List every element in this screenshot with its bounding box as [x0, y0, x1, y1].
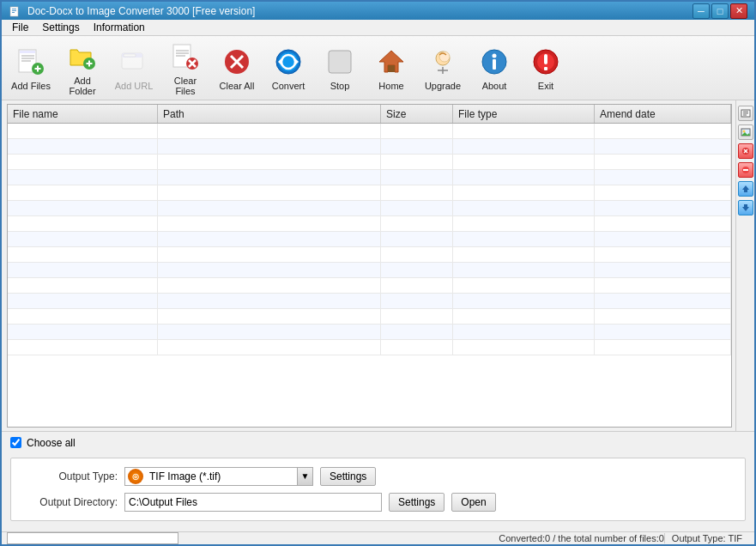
- add-url-icon: [118, 46, 149, 77]
- menu-bar: File Settings Information: [2, 20, 754, 36]
- col-amenddate: Amend date: [595, 105, 731, 123]
- svg-rect-14: [88, 61, 90, 67]
- output-dir-row: Output Directory: Settings Open: [23, 493, 733, 512]
- convert-icon: [273, 46, 304, 77]
- svg-rect-5: [20, 51, 35, 53]
- menu-settings[interactable]: Settings: [35, 20, 86, 35]
- col-filename: File name: [8, 105, 158, 123]
- remove-sidebar-button[interactable]: [738, 143, 753, 159]
- home-icon: [376, 46, 407, 77]
- maximize-button[interactable]: □: [711, 3, 729, 19]
- status-bar: Converted:0 / the total number of files:…: [2, 531, 754, 544]
- choose-all-checkbox[interactable]: [10, 437, 21, 448]
- output-type-settings-button[interactable]: Settings: [320, 467, 376, 486]
- move-down-sidebar-button[interactable]: [738, 200, 753, 215]
- add-folder-label: Add Folder: [61, 76, 104, 96]
- upgrade-button[interactable]: Upgrade: [419, 39, 467, 96]
- output-dir-label: Output Directory:: [23, 496, 118, 508]
- table-header: File name Path Size File type Amend date: [8, 105, 731, 124]
- clear-files-icon: [170, 41, 201, 72]
- menu-information[interactable]: Information: [87, 20, 152, 35]
- stop-label: Stop: [330, 81, 350, 91]
- svg-rect-35: [388, 65, 395, 72]
- output-type-row: Output Type: ◎ TIF Image (*.tif) ▼ Setti…: [23, 467, 733, 486]
- clear-all-label: Clear All: [220, 81, 255, 91]
- image-sidebar-button[interactable]: [738, 124, 753, 140]
- progress-bar-container: [7, 532, 178, 544]
- exit-button[interactable]: Exit: [522, 39, 570, 96]
- choose-all-row: Choose all: [10, 437, 746, 449]
- table-row: [8, 278, 731, 294]
- upgrade-icon: [427, 46, 458, 77]
- svg-rect-0: [10, 7, 18, 16]
- table-row: [8, 309, 731, 325]
- converted-status-text: Converted:0 / the total number of files:…: [187, 533, 664, 543]
- home-label: Home: [378, 81, 403, 91]
- add-folder-button[interactable]: Add Folder: [58, 39, 106, 96]
- toolbar: Add Files Add Folder: [2, 36, 754, 100]
- main-area: File name Path Size File type Amend date: [2, 100, 754, 430]
- output-dir-open-button[interactable]: Open: [451, 493, 495, 512]
- output-type-dropdown-arrow[interactable]: ▼: [297, 468, 312, 485]
- notes-sidebar-button[interactable]: [738, 106, 753, 121]
- exit-label: Exit: [538, 81, 553, 91]
- table-body[interactable]: [8, 124, 731, 426]
- about-button[interactable]: About: [470, 39, 518, 96]
- right-sidebar: [735, 100, 754, 430]
- svg-rect-45: [544, 54, 547, 64]
- clear-all-button[interactable]: Clear All: [213, 39, 261, 96]
- output-type-value: TIF Image (*.tif): [146, 470, 297, 482]
- title-bar: Doc-Docx to Image Converter 3000 [Free v…: [2, 2, 754, 20]
- delete-sidebar-button[interactable]: [738, 162, 753, 178]
- add-files-button[interactable]: Add Files: [7, 39, 55, 96]
- svg-point-41: [493, 54, 497, 58]
- output-dir-input[interactable]: [124, 493, 382, 512]
- table-row: [8, 185, 731, 201]
- app-icon: [9, 4, 22, 18]
- close-button[interactable]: ✕: [730, 3, 747, 19]
- table-row: [8, 247, 731, 263]
- svg-rect-42: [493, 59, 496, 70]
- menu-file[interactable]: File: [5, 20, 35, 35]
- svg-rect-11: [37, 66, 39, 72]
- stop-button[interactable]: Stop: [316, 39, 364, 96]
- add-folder-icon: [67, 41, 98, 72]
- table-row: [8, 216, 731, 232]
- add-url-label: Add URL: [115, 81, 154, 91]
- home-button[interactable]: Home: [367, 39, 415, 96]
- table-row: [8, 294, 731, 309]
- about-icon: [479, 46, 510, 77]
- output-dir-settings-button[interactable]: Settings: [389, 493, 445, 512]
- exit-icon: [530, 46, 561, 77]
- svg-marker-60: [742, 204, 749, 211]
- move-up-sidebar-button[interactable]: [738, 181, 753, 197]
- svg-rect-2: [12, 10, 16, 11]
- add-url-button: Add URL: [110, 39, 158, 96]
- window-controls: ─ □ ✕: [692, 3, 747, 19]
- table-row: [8, 170, 731, 185]
- stop-icon: [324, 46, 355, 77]
- output-type-status-text: Output Type: TIF: [664, 533, 749, 543]
- clear-all-icon: [221, 46, 252, 77]
- clear-files-button[interactable]: Clear Files: [161, 39, 209, 96]
- choose-all-label: Choose all: [27, 437, 76, 449]
- col-filetype: File type: [453, 105, 595, 123]
- add-files-icon: [15, 46, 46, 77]
- output-type-select[interactable]: ◎ TIF Image (*.tif) ▼: [124, 467, 313, 486]
- file-panel: File name Path Size File type Amend date: [7, 104, 732, 427]
- table-row: [8, 263, 731, 278]
- table-row: [8, 232, 731, 247]
- svg-rect-17: [124, 54, 136, 57]
- svg-marker-59: [742, 185, 749, 192]
- output-type-label: Output Type:: [23, 470, 118, 482]
- svg-rect-46: [544, 67, 547, 70]
- table-row: [8, 201, 731, 216]
- minimize-button[interactable]: ─: [692, 3, 710, 19]
- upgrade-label: Upgrade: [425, 81, 461, 91]
- table-row: [8, 139, 731, 155]
- table-row: [8, 155, 731, 170]
- clear-files-label: Clear Files: [164, 76, 207, 96]
- add-files-label: Add Files: [11, 81, 51, 91]
- table-row: [8, 124, 731, 139]
- convert-button[interactable]: Convert: [264, 39, 312, 96]
